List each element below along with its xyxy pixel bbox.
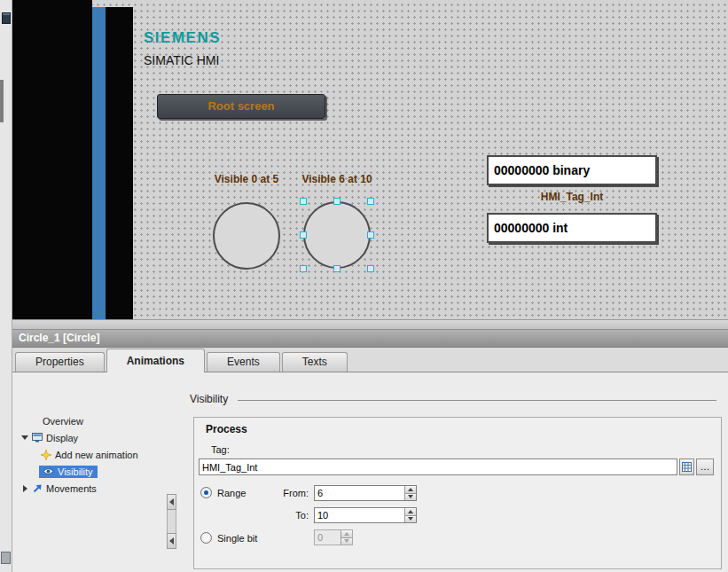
tag-label: Tag:	[211, 444, 230, 455]
circle2-label: Visible 6 at 10	[284, 173, 390, 185]
expanded-arrow-icon[interactable]	[20, 435, 30, 440]
radio-dot-icon	[204, 490, 208, 495]
screen-blue-stripe	[92, 7, 106, 319]
rail-scroll-indicator	[0, 80, 4, 122]
inspector-tab-bar: Properties Animations Events Texts	[12, 348, 728, 372]
spin-down-icon[interactable]	[405, 515, 416, 523]
tag-field[interactable]	[199, 458, 677, 475]
tab-properties[interactable]: Properties	[15, 352, 105, 372]
collapse-left-icon[interactable]	[167, 494, 176, 510]
selection-handle-n[interactable]	[333, 198, 341, 205]
movements-icon	[32, 483, 43, 494]
to-label: To:	[254, 510, 309, 521]
root-screen-button[interactable]: Root screen	[157, 94, 325, 119]
io-field-binary[interactable]: 00000000 binary	[487, 155, 657, 185]
window-icon[interactable]	[2, 12, 11, 24]
single-bit-spinner	[341, 530, 352, 545]
siemens-logo: SIEMENS	[144, 29, 221, 47]
inspector-title: Circle_1 [Circle]	[19, 332, 99, 344]
section-rule	[238, 400, 716, 401]
section-title: Visibility	[190, 393, 228, 405]
circle-1[interactable]	[213, 202, 280, 270]
to-input[interactable]	[315, 508, 404, 522]
screen-canvas[interactable]: SIEMENS SIMATIC HMI Root screen Visible …	[12, 0, 728, 319]
tag-input[interactable]	[200, 459, 677, 474]
single-bit-label: Single bit	[217, 533, 257, 544]
simatic-hmi-label: SIMATIC HMI	[144, 53, 219, 67]
tag-table-icon	[682, 462, 692, 472]
horizontal-splitter[interactable]	[12, 319, 728, 330]
from-spinner	[404, 486, 416, 500]
from-label: From:	[254, 488, 309, 498]
io-field-int[interactable]: 00000000 int	[487, 213, 657, 243]
collapsed-arrow-icon[interactable]	[20, 485, 30, 492]
single-bit-field	[314, 529, 353, 545]
selection-handle-s[interactable]	[333, 265, 341, 272]
range-radio[interactable]	[200, 487, 212, 498]
eye-icon	[43, 467, 54, 475]
tag-list-button[interactable]	[679, 458, 694, 475]
selection-handle-se[interactable]	[367, 265, 374, 272]
spin-up-icon[interactable]	[405, 486, 416, 493]
selection-handle-sw[interactable]	[300, 265, 307, 272]
selected-tree-item: Visibility	[39, 466, 98, 478]
tag-browse-button[interactable]: …	[696, 458, 714, 475]
to-spinner	[404, 508, 416, 522]
tree-item-movements[interactable]: Movements	[12, 480, 167, 497]
to-field[interactable]	[314, 507, 417, 523]
range-label: Range	[217, 488, 246, 498]
spin-down-icon[interactable]	[405, 493, 416, 501]
tab-texts[interactable]: Texts	[282, 352, 348, 372]
tab-animations[interactable]: Animations	[106, 349, 205, 372]
tree-item-add-new-animation[interactable]: Add new animation	[12, 446, 167, 463]
spin-up-icon[interactable]	[405, 508, 416, 515]
tree-item-visibility[interactable]: Visibility	[12, 463, 167, 480]
tree-item-overview[interactable]: Overview	[12, 412, 167, 429]
single-bit-radio[interactable]	[200, 532, 212, 544]
spin-up-icon	[341, 530, 352, 537]
tree-item-display[interactable]: Display	[12, 429, 167, 446]
collapse-left-icon-2[interactable]	[167, 533, 176, 549]
screen-black-area-2	[106, 7, 133, 319]
from-input[interactable]	[315, 486, 404, 500]
selection-handle-nw[interactable]	[300, 198, 307, 205]
spin-down-icon	[341, 537, 352, 545]
display-icon	[32, 433, 43, 443]
inspector-panel: Circle_1 [Circle] Properties Animations …	[12, 319, 728, 572]
screen-black-area	[12, 0, 92, 319]
single-bit-input	[315, 530, 341, 545]
add-animation-icon	[41, 450, 51, 460]
tree-splitter[interactable]	[167, 372, 177, 572]
animation-tree: Overview Display Add new animation	[12, 372, 167, 572]
process-group-title: Process	[206, 423, 247, 435]
left-rail	[0, 0, 12, 572]
circle-2-selected[interactable]	[303, 201, 371, 269]
inspector-title-bar: Circle_1 [Circle]	[12, 330, 728, 348]
tab-events[interactable]: Events	[207, 352, 280, 372]
panel-icon[interactable]	[1, 552, 11, 564]
tia-portal-window: SIEMENS SIMATIC HMI Root screen Visible …	[0, 0, 728, 572]
selection-handle-e[interactable]	[367, 231, 374, 239]
from-field[interactable]	[314, 485, 417, 501]
tag-caption: HMI_Tag_Int	[487, 191, 657, 203]
selection-handle-w[interactable]	[300, 231, 307, 239]
inspector-content: Overview Display Add new animation	[12, 372, 728, 572]
selection-handle-ne[interactable]	[367, 198, 374, 205]
